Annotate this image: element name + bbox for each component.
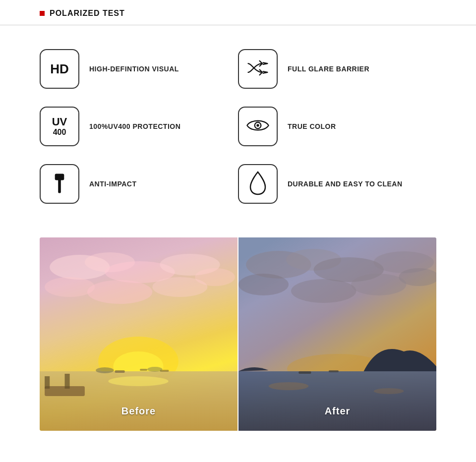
- svg-point-32: [238, 274, 289, 295]
- tool-label: ANTI-IMPACT: [89, 180, 136, 188]
- header-title: POLARIZED TEST: [50, 9, 125, 18]
- svg-rect-2: [58, 179, 61, 193]
- svg-point-33: [291, 279, 356, 303]
- tool-icon: [51, 170, 68, 198]
- eye-label: TRUE COLOR: [288, 122, 336, 130]
- svg-rect-37: [298, 371, 311, 374]
- hd-label: HIGH-DEFINTION VISUAL: [89, 65, 179, 73]
- svg-rect-38: [329, 370, 339, 372]
- svg-point-11: [45, 277, 95, 297]
- svg-point-39: [269, 382, 309, 390]
- svg-rect-19: [45, 376, 50, 389]
- svg-point-34: [351, 274, 406, 295]
- svg-point-13: [152, 277, 207, 297]
- feature-shuffle: FULL GLARE BARRIER: [238, 40, 436, 98]
- comparison-wrapper: Before: [40, 237, 436, 431]
- after-label: After: [325, 405, 351, 417]
- feature-uv: UV 400 100%UV400 PROTECTION: [40, 98, 238, 155]
- tool-icon-box: [40, 164, 79, 204]
- drop-icon: [248, 170, 267, 198]
- svg-rect-36: [238, 371, 436, 431]
- header-accent: [40, 11, 45, 16]
- svg-point-17: [108, 376, 168, 386]
- svg-rect-4: [58, 178, 61, 180]
- svg-rect-21: [115, 370, 125, 373]
- eye-icon: [245, 116, 271, 136]
- svg-point-40: [374, 388, 404, 394]
- shuffle-icon-box: [238, 49, 278, 89]
- svg-point-12: [87, 280, 152, 304]
- before-label: Before: [121, 405, 156, 417]
- feature-hd: HD HIGH-DEFINTION VISUAL: [40, 40, 238, 98]
- uv-label: 100%UV400 PROTECTION: [89, 122, 180, 130]
- shuffle-icon: [246, 60, 270, 78]
- features-grid: HD HIGH-DEFINTION VISUAL: [0, 25, 476, 223]
- eye-icon-box: [238, 107, 278, 146]
- before-image: Before: [40, 237, 238, 431]
- hd-icon-box: HD: [40, 49, 79, 89]
- section-header: POLARIZED TEST: [0, 0, 476, 25]
- comparison-section: Before: [40, 237, 436, 431]
- uv-icon-box: UV 400: [40, 107, 79, 146]
- svg-rect-20: [65, 374, 70, 389]
- feature-drop: DURABLE AND EASY TO CLEAN: [238, 155, 436, 213]
- drop-icon-box: [238, 164, 278, 204]
- drop-label: DURABLE AND EASY TO CLEAN: [288, 180, 403, 188]
- svg-rect-22: [140, 369, 147, 371]
- feature-tool: ANTI-IMPACT: [40, 155, 238, 213]
- svg-point-24: [96, 367, 114, 373]
- svg-point-1: [256, 124, 259, 126]
- shuffle-label: FULL GLARE BARRIER: [288, 65, 369, 73]
- feature-eye: TRUE COLOR: [238, 98, 436, 155]
- page-container: POLARIZED TEST HD HIGH-DEFINTION VISUAL: [0, 0, 476, 431]
- hd-icon: HD: [50, 61, 69, 77]
- uv-icon: UV 400: [52, 116, 67, 137]
- svg-point-25: [147, 367, 162, 372]
- after-image: After: [238, 237, 436, 431]
